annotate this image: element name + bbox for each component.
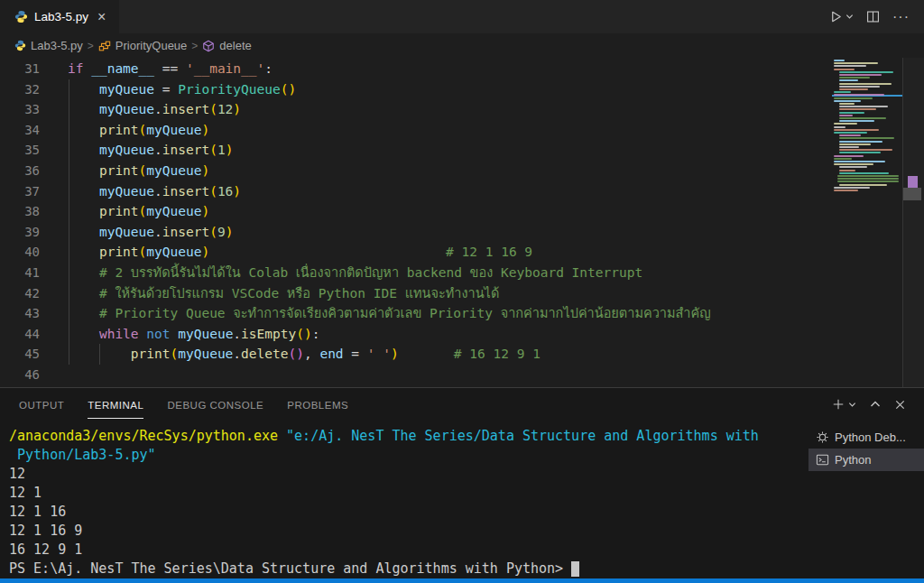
- minimap[interactable]: [832, 58, 902, 387]
- panel-tab-terminal[interactable]: TERMINAL: [88, 391, 143, 419]
- run-button[interactable]: [829, 10, 854, 23]
- panel-tab-output[interactable]: OUTPUT: [19, 391, 64, 419]
- minimap-line: [839, 141, 882, 143]
- more-actions-icon: ···: [892, 9, 910, 25]
- python-debug-console-icon: [816, 430, 829, 444]
- status-bar-strip[interactable]: [0, 578, 924, 583]
- minimap-line: [834, 158, 852, 160]
- line-number: 43: [0, 303, 40, 324]
- terminal-line: 12 1: [9, 484, 808, 503]
- code-line[interactable]: 39 myQueue.insert(9): [0, 222, 902, 243]
- more-actions-button[interactable]: ···: [892, 9, 910, 25]
- code-token: insert: [162, 184, 209, 199]
- code-line-content: myQueue.insert(1): [68, 140, 902, 161]
- code-line[interactable]: 46: [0, 365, 902, 385]
- code-line[interactable]: 36 print(myQueue): [0, 161, 902, 181]
- terminal-output[interactable]: /anaconda3/envs/RecSys/python.exe "e:/Aj…: [0, 421, 808, 579]
- code-token: ): [391, 347, 399, 361]
- minimap-line: [837, 175, 899, 177]
- symbol-class-icon: [98, 40, 111, 52]
- terminal-line: 12: [9, 465, 808, 484]
- line-number: 33: [0, 99, 40, 120]
- code-token: isEmpty: [241, 327, 296, 341]
- code-token: [68, 123, 99, 137]
- overview-ruler-marker: [908, 176, 918, 188]
- code-token: (: [171, 347, 179, 361]
- code-token: ): [226, 143, 234, 157]
- minimap-line: [839, 166, 867, 168]
- code-token: [68, 245, 99, 259]
- panel-tab-debug-console[interactable]: DEBUG CONSOLE: [167, 391, 263, 419]
- code-token: insert: [162, 143, 209, 157]
- code-line[interactable]: 32 myQueue = PriorityQueue(): [0, 79, 902, 100]
- code-token: 9: [217, 225, 226, 239]
- code-line-content: myQueue.insert(16): [68, 181, 902, 202]
- split-editor-icon: [866, 10, 880, 23]
- breadcrumb-item-method[interactable]: delete: [202, 39, 251, 52]
- code-line-content: print(myQueue): [68, 161, 902, 181]
- terminal-list-item-debug[interactable]: Python Deb...: [808, 426, 924, 449]
- code-line[interactable]: 37 myQueue.insert(16): [0, 181, 902, 202]
- code-line[interactable]: 42 # ให้รันด้วยโปรแกรม VSCode หรือ Pytho…: [0, 283, 902, 304]
- code-line[interactable]: 41 # 2 บรรทัดนี้รันไม่ได้ใน Colab เนื่อง…: [0, 263, 902, 283]
- code-token: (: [209, 102, 217, 116]
- terminal-line: PS E:\Aj. NesT The Series\Data Structure…: [9, 560, 808, 578]
- code-token: [139, 327, 147, 341]
- new-terminal-button[interactable]: [832, 398, 856, 411]
- code-line-content: # Priority Queue จะทำการจัดเรียงคิวตามค่…: [68, 303, 902, 324]
- code-token: (): [281, 82, 296, 97]
- code-line[interactable]: 34 print(myQueue): [0, 120, 902, 141]
- python-file-icon: [14, 10, 28, 23]
- code-token: myQueue: [99, 82, 154, 97]
- code-line[interactable]: 45 print(myQueue.delete(), end = ' ') # …: [0, 344, 902, 365]
- maximize-panel-button[interactable]: [870, 399, 881, 410]
- minimap-line: [834, 190, 858, 191]
- editor-scrollbar-thumb[interactable]: [903, 188, 921, 200]
- code-token: if: [68, 61, 83, 76]
- code-line[interactable]: 35 myQueue.insert(1): [0, 140, 902, 161]
- code-token: myQueue: [178, 347, 233, 361]
- code-token: (): [288, 347, 303, 361]
- symbol-method-icon: [202, 40, 215, 52]
- tab-close-icon[interactable]: ×: [95, 10, 108, 24]
- code-line[interactable]: 38 print(myQueue): [0, 201, 902, 222]
- code-line-content: myQueue.insert(9): [68, 222, 902, 243]
- maximize-panel-chevron-icon: [870, 399, 881, 410]
- code-token: '__main__': [186, 61, 264, 76]
- code-token: while: [99, 327, 139, 341]
- minimap-line: [839, 115, 853, 116]
- editor-tab-bar: Lab3-5.py × ···: [0, 0, 924, 33]
- vscode-window: Lab3-5.py × ···: [0, 0, 924, 583]
- tab-label: Lab3-5.py: [34, 10, 88, 23]
- terminal-text: PS E:\Aj. NesT The Series\Data Structure…: [9, 560, 571, 577]
- code-line[interactable]: 33 myQueue.insert(12): [0, 99, 902, 120]
- code-token: =: [344, 347, 367, 361]
- minimap-line: [834, 91, 851, 93]
- tab-lab3-5-py[interactable]: Lab3-5.py ×: [0, 0, 119, 33]
- panel-tab-problems[interactable]: PROBLEMS: [287, 391, 348, 419]
- code-token: myQueue: [146, 163, 201, 178]
- code-token: [68, 286, 99, 301]
- breadcrumb-label: PriorityQueue: [116, 39, 187, 52]
- minimap-line: [839, 184, 887, 186]
- code-token: [68, 143, 99, 157]
- code-token: .: [154, 143, 162, 157]
- line-number: 46: [0, 365, 40, 385]
- code-token: .: [233, 327, 241, 341]
- code-line[interactable]: 44 while not myQueue.isEmpty():: [0, 324, 902, 345]
- line-number: 38: [0, 201, 40, 222]
- close-panel-button[interactable]: [894, 399, 906, 411]
- code-token: # 16 12 9 1: [454, 347, 541, 361]
- code-line[interactable]: 43 # Priority Queue จะทำการจัดเรียงคิวตา…: [0, 303, 902, 324]
- terminal-list-item-python[interactable]: Python: [808, 449, 924, 471]
- split-editor-button[interactable]: [866, 10, 880, 23]
- code-token: [68, 265, 99, 280]
- code-line[interactable]: 40 print(myQueue) # 12 1 16 9: [0, 242, 902, 263]
- code-token: ): [201, 123, 209, 137]
- code-line[interactable]: 31if __name__ == '__main__':: [0, 59, 902, 79]
- code-lines[interactable]: 31if __name__ == '__main__':32 myQueue =…: [0, 59, 902, 387]
- code-token: [68, 347, 131, 361]
- breadcrumb-item-class[interactable]: PriorityQueue: [98, 39, 187, 52]
- breadcrumb-item-file[interactable]: Lab3-5.py: [14, 39, 83, 52]
- code-token: .: [233, 347, 241, 361]
